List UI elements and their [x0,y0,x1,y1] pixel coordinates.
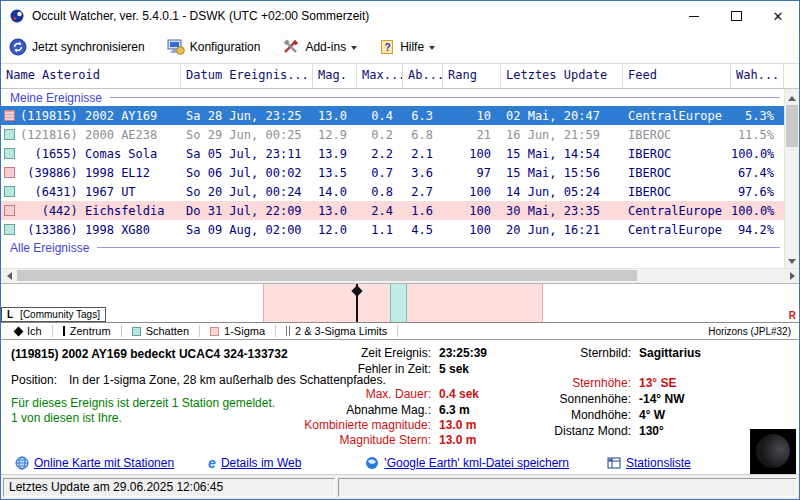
group-divider-line [97,247,780,248]
sigma-limits-icon [286,326,290,336]
max-duration-row: Max. Dauer:0.4 sek [253,387,479,401]
configuration-button[interactable]: Konfiguration [167,38,261,56]
asteroid-name: (121816) 2000 AE238 [20,128,157,142]
community-tags-box: L [Community Tags] [1,307,106,322]
column-header-drop[interactable]: Ab... [403,64,443,88]
feed: CentralEurope [623,223,731,237]
constellation-label: Sternbild: [509,346,631,360]
left-edge-label: L [7,309,13,320]
table-row[interactable]: (121816) 2000 AE238 So 29 Jun, 00:25 12.… [1,125,784,144]
link-label: Online Karte mit Stationen [34,456,174,470]
event-type-icon [4,110,15,121]
column-header-prob[interactable]: Wah... [731,64,784,88]
event-type-icon [4,205,15,216]
magnitude: 13.0 [313,109,357,123]
moon-distance-label: Distanz Mond: [509,424,631,438]
online-map-link[interactable]: Online Karte mit Stationen [15,456,174,470]
mag-drop: 6.3 [403,109,443,123]
help-dropdown-arrow-icon [429,46,435,53]
legend-bar: Ich Zentrum Schatten 1-Sigma 2 & 3-Sigma… [1,323,799,340]
group-header-all-events[interactable]: Alle Ereignisse [1,239,784,256]
event-date: So 06 Jul, 00:02 [181,166,313,180]
last-update: 14 Jun, 05:24 [501,185,623,199]
max-duration-value: 0.4 sek [439,387,479,401]
star-altitude-value: 13° SE [639,376,677,390]
one-sigma-swatch-icon [210,327,219,336]
scroll-right-button[interactable] [784,269,799,283]
addins-button[interactable]: Add-ins [282,38,357,56]
column-header-max[interactable]: Max... [357,64,403,88]
rank: 97 [443,166,501,180]
maximize-button[interactable] [715,1,757,31]
horizontal-scroll-thumb[interactable] [17,270,637,281]
column-header-feed[interactable]: Feed [623,64,731,88]
station-list-icon [607,456,621,470]
legend-zentrum: Zentrum [53,325,122,337]
station-list-link[interactable]: Stationsliste [607,456,691,470]
column-header-rank[interactable]: Rang [443,64,501,88]
table-row[interactable]: (13386) 1998 XG80 Sa 09 Aug, 02:00 12.0 … [1,220,784,239]
event-time-value: 23:25:39 [439,346,487,360]
legend-label: Zentrum [70,325,111,337]
link-label: Details im Web [221,456,301,470]
help-button[interactable]: ? Hilfe [379,39,435,55]
last-update: 20 Jun, 16:21 [501,223,623,237]
table-row[interactable]: (6431) 1967 UT So 20 Jul, 00:24 14.0 0.8… [1,182,784,201]
event-date: So 20 Jul, 00:24 [181,185,313,199]
moon-distance-value: 130° [639,424,664,438]
google-earth-icon [365,456,379,470]
max-duration: 0.4 [357,109,403,123]
sync-button[interactable]: Jetzt synchronisieren [9,38,145,56]
table-row[interactable]: (39886) 1998 EL12 So 06 Jul, 00:02 13.5 … [1,163,784,182]
constellation-value: Sagittarius [639,346,701,360]
group-label: Meine Ereignisse [10,91,102,105]
probability: 97.6% [731,185,784,199]
last-update: 02 Mai, 20:47 [501,109,623,123]
star-mag-value: 13.0 m [439,433,476,447]
column-header-update[interactable]: Letztes Update [501,64,623,88]
moon-phase-image [750,429,796,474]
mag-drop: 2.1 [403,147,443,161]
internet-explorer-icon: e [208,456,216,470]
star-mag-label: Magnitude Stern: [253,433,431,447]
time-error-row: Fehler in Zeit:5 sek [253,362,469,376]
addins-icon [282,38,300,56]
rank: 100 [443,147,501,161]
sun-altitude-label: Sonnenhöhe: [509,392,631,406]
magnitude: 12.0 [313,223,357,237]
vertical-scroll-track[interactable] [785,104,799,253]
column-header-date[interactable]: Datum Ereignis... [181,64,313,88]
scroll-down-button[interactable] [785,253,799,268]
app-icon[interactable] [9,8,25,24]
kml-save-link[interactable]: 'Google Earth' kml-Datei speichern [365,456,569,470]
table-row[interactable]: (442) Eichsfeldia Do 31 Jul, 22:09 13.0 … [1,201,784,220]
table-row[interactable]: (1655) Comas Sola Sa 05 Jul, 23:11 13.9 … [1,144,784,163]
mag-drop: 1.6 [403,204,443,218]
close-button[interactable]: ✕ [757,1,799,31]
scroll-up-button[interactable] [785,89,799,104]
combined-mag-value: 13.0 m [439,418,476,432]
event-date: Sa 28 Jun, 23:25 [181,109,313,123]
group-header-my-events[interactable]: Meine Ereignisse [1,89,784,106]
column-header-mag[interactable]: Mag. [313,64,357,88]
horizontal-scrollbar[interactable] [1,268,799,283]
minimize-button[interactable] [673,1,715,31]
vertical-scroll-thumb[interactable] [786,105,798,147]
mag-drop-label: Abnahme Mag.: [253,403,431,417]
scroll-left-button[interactable] [1,269,16,283]
help-button-label: Hilfe [400,40,424,54]
web-details-link[interactable]: e Details im Web [208,456,301,470]
addins-dropdown-arrow-icon [351,46,357,53]
column-header-name[interactable]: Name Asteroid [1,64,181,88]
table-row[interactable]: (119815) 2002 AY169 Sa 28 Jun, 23:25 13.… [1,106,784,125]
legend-23sigma: 2 & 3-Sigma Limits [276,325,398,337]
probability: 100.0% [731,204,784,218]
toolbar: Jetzt synchronisieren Konfiguration Add-… [1,31,799,64]
probability: 67.4% [731,166,784,180]
vertical-scrollbar[interactable] [784,89,799,268]
event-type-icon [4,129,15,140]
arrow-left-icon [3,272,12,280]
feed: IBEROC [623,185,731,199]
feed: IBEROC [623,166,731,180]
probability: 11.5% [731,128,784,142]
